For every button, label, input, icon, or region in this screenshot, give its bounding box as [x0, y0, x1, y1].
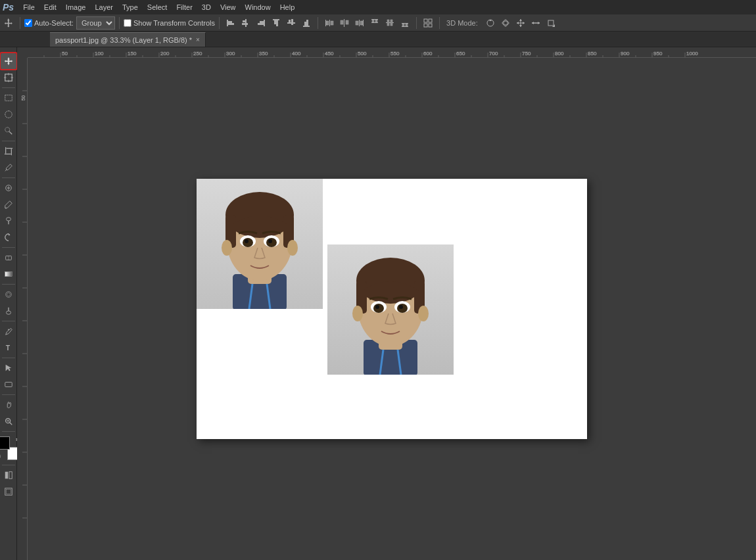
svg-line-67 [9, 131, 11, 134]
svg-rect-9 [258, 23, 264, 25]
dist-bottom-icon[interactable] [398, 16, 412, 30]
foreground-color-box[interactable] [0, 436, 10, 450]
menu-filter[interactable]: Filter [172, 2, 196, 12]
type-tool[interactable]: T [1, 340, 16, 356]
align-left-edges-icon[interactable] [224, 16, 238, 30]
tab-close-button[interactable]: × [196, 36, 200, 43]
menu-edit[interactable]: Edit [40, 2, 60, 12]
svg-text:550: 550 [390, 51, 400, 57]
eyedropper-tool[interactable] [1, 160, 16, 175]
svg-rect-40 [406, 24, 408, 26]
quick-select-tool[interactable] [1, 123, 16, 139]
menu-3d[interactable]: 3D [198, 2, 215, 12]
shape-tool[interactable] [1, 377, 16, 392]
3d-pan-icon[interactable] [513, 16, 528, 30]
svg-rect-95 [5, 472, 7, 479]
align-centers-h-icon[interactable] [239, 16, 253, 30]
clone-stamp-tool[interactable] [1, 213, 16, 229]
svg-point-84 [7, 292, 10, 296]
separator-1 [20, 17, 20, 29]
svg-point-207 [222, 240, 232, 256]
artboard-tool-button[interactable] [1, 70, 16, 85]
menu-select[interactable]: Select [143, 2, 172, 12]
3d-rotate-icon[interactable] [483, 16, 498, 30]
auto-select-group: Auto-Select: [24, 19, 74, 27]
reset-colors-icon[interactable]: ↺ [0, 454, 1, 460]
3d-slide-icon[interactable] [529, 16, 543, 30]
svg-rect-29 [360, 21, 363, 25]
svg-rect-22 [331, 21, 333, 25]
align-top-edges-icon[interactable] [269, 16, 283, 30]
brush-tool[interactable] [1, 197, 16, 212]
svg-text:50: 50 [62, 51, 68, 57]
svg-rect-8 [260, 21, 264, 23]
transform-label: Show Transform Controls [133, 19, 215, 27]
align-right-edges-icon[interactable] [254, 16, 268, 30]
canvas-area: 50 100 150 200 250 300 350 400 450 500 5… [17, 47, 756, 560]
transform-checkbox[interactable] [124, 19, 131, 27]
svg-rect-24 [341, 20, 343, 24]
svg-point-222 [375, 305, 379, 309]
svg-marker-0 [5, 18, 12, 27]
move-tool-button[interactable] [1, 53, 16, 69]
auto-select-label: Auto-Select: [34, 19, 74, 27]
blur-tool[interactable] [1, 287, 16, 302]
svg-point-205 [245, 239, 248, 243]
svg-rect-98 [6, 490, 11, 494]
menu-type[interactable]: Type [118, 2, 142, 12]
zoom-tool[interactable] [1, 413, 16, 429]
menu-bar: Ps File Edit Image Layer Type Select Fil… [0, 0, 756, 14]
separator-3 [219, 17, 220, 29]
photo2-container [327, 245, 454, 375]
svg-rect-5 [243, 20, 246, 22]
menu-file[interactable]: File [19, 2, 39, 12]
dist-right-icon[interactable] [352, 16, 367, 30]
arrange-icon[interactable] [421, 16, 435, 30]
menu-help[interactable]: Help [276, 2, 299, 12]
history-brush-tool[interactable] [1, 229, 16, 245]
menu-window[interactable]: Window [241, 2, 275, 12]
3d-orbit-icon[interactable] [498, 16, 513, 30]
svg-marker-56 [532, 22, 534, 24]
menu-image[interactable]: Image [62, 2, 90, 12]
dist-center-v-icon[interactable] [383, 16, 397, 30]
svg-rect-57 [548, 20, 554, 26]
toolbox: T ↺ ⇄ [0, 47, 17, 560]
main-layout: T ↺ ⇄ [0, 47, 756, 560]
svg-text:400: 400 [292, 51, 301, 57]
svg-marker-59 [4, 57, 12, 65]
dist-center-h-icon[interactable] [337, 16, 352, 30]
screen-mode-tool[interactable] [1, 484, 16, 500]
dist-left-icon[interactable] [322, 16, 337, 30]
menu-layer[interactable]: Layer [91, 2, 117, 12]
align-bottom-edges-icon[interactable] [299, 16, 314, 30]
pen-tool[interactable] [1, 323, 16, 339]
gradient-tool[interactable] [1, 266, 16, 282]
svg-text:950: 950 [653, 51, 663, 57]
rectangular-marquee-tool[interactable] [1, 90, 16, 106]
svg-rect-82 [5, 272, 12, 277]
align-centers-v-icon[interactable] [284, 16, 298, 30]
crop-tool[interactable] [1, 143, 16, 159]
path-selection-tool[interactable] [1, 360, 16, 376]
dist-top-icon[interactable] [367, 16, 382, 30]
lasso-tool[interactable] [1, 106, 16, 122]
tab-bar: passport1.jpg @ 33.3% (Layer 1, RGB/8) *… [0, 32, 756, 47]
dodge-tool[interactable] [1, 303, 16, 319]
options-bar: Auto-Select: Group Layer Show Transform … [0, 14, 756, 32]
3d-scale-icon[interactable] [544, 16, 558, 30]
svg-marker-89 [5, 365, 11, 371]
svg-rect-14 [289, 20, 291, 23]
eraser-tool[interactable] [1, 250, 16, 266]
move-tool-options-icon [3, 16, 16, 30]
document-tab[interactable]: passport1.jpg @ 33.3% (Layer 1, RGB/8) *… [50, 32, 206, 47]
quick-mask-tool[interactable] [1, 467, 16, 483]
auto-select-checkbox[interactable] [24, 19, 32, 27]
menu-view[interactable]: View [216, 2, 240, 12]
svg-text:500: 500 [358, 51, 367, 57]
auto-select-dropdown[interactable]: Group Layer [76, 16, 115, 30]
healing-brush-tool[interactable] [1, 180, 16, 196]
group-select[interactable]: Group Layer [76, 16, 115, 30]
svg-rect-20 [329, 20, 330, 26]
hand-tool[interactable] [1, 397, 16, 413]
